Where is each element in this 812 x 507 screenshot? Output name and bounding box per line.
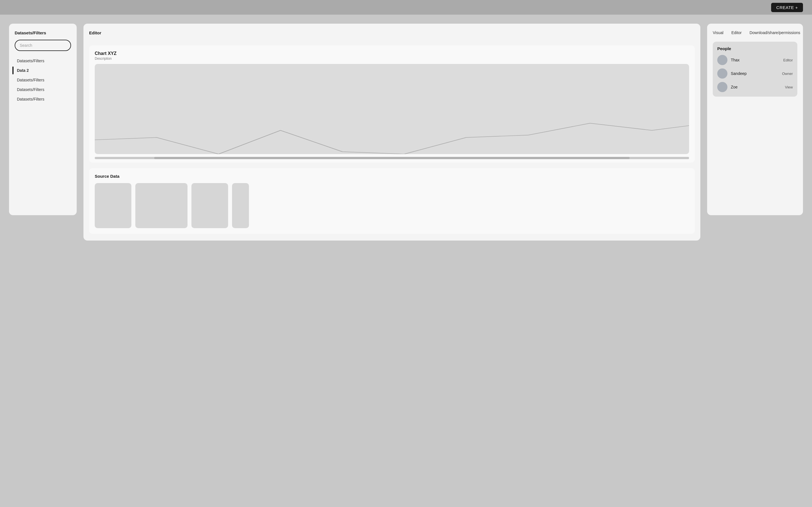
chart-scrollbar[interactable] <box>95 157 689 159</box>
chart-svg <box>95 64 689 154</box>
person-name-zoe: Zoe <box>731 85 785 89</box>
tab-visual[interactable]: Visual <box>713 29 723 36</box>
source-title: Source Data <box>95 174 689 179</box>
nav-item-datasets-1[interactable]: Datasets/Filters <box>15 57 71 65</box>
right-panel: Visual Editor Download/share/permissions… <box>707 24 803 215</box>
person-row-sandeep: Sandeep Owner <box>717 68 793 78</box>
source-grid <box>95 183 689 228</box>
source-block-4 <box>232 183 249 228</box>
person-role-zoe: View <box>785 85 793 89</box>
avatar-sandeep <box>717 68 727 78</box>
person-row-zoe: Zoe View <box>717 82 793 92</box>
center-panel-title: Editor <box>89 31 695 35</box>
chart-scrollbar-thumb <box>154 157 629 159</box>
tab-download[interactable]: Download/share/permissions <box>749 31 800 35</box>
person-role-sandeep: Owner <box>782 71 793 76</box>
search-input[interactable] <box>15 40 71 51</box>
chart-title: Chart XYZ <box>95 51 689 56</box>
nav-item-datasets-3[interactable]: Datasets/Filters <box>15 76 71 84</box>
left-panel: Datasets/Filters Datasets/Filters Data 2… <box>9 24 77 215</box>
person-role-thax: Editor <box>783 58 793 62</box>
chart-line <box>95 123 689 154</box>
source-block-3 <box>192 183 228 228</box>
people-section: People Thax Editor Sandeep Owner Zoe Vie… <box>713 42 797 97</box>
right-tabs: Visual Editor Download/share/permissions <box>713 29 797 36</box>
person-name-thax: Thax <box>731 58 783 62</box>
chart-card: Chart XYZ Description <box>89 45 695 163</box>
source-card: Source Data <box>89 168 695 234</box>
source-block-2 <box>135 183 188 228</box>
chart-description: Description <box>95 57 689 61</box>
nav-item-datasets-4[interactable]: Datasets/Filters <box>15 86 71 94</box>
create-button[interactable]: CREATE + <box>771 3 803 12</box>
source-block-1 <box>95 183 132 228</box>
tab-editor[interactable]: Editor <box>731 29 742 36</box>
main-container: Datasets/Filters Datasets/Filters Data 2… <box>0 15 812 507</box>
topbar: CREATE + <box>0 0 812 15</box>
avatar-thax <box>717 55 727 65</box>
center-panel: Editor Chart XYZ Description Source Data <box>84 24 700 240</box>
nav-list: Datasets/Filters Data 2 Datasets/Filters… <box>15 57 71 103</box>
people-title: People <box>717 46 793 51</box>
avatar-zoe <box>717 82 727 92</box>
person-name-sandeep: Sandeep <box>731 71 782 76</box>
nav-item-data2[interactable]: Data 2 <box>15 66 71 75</box>
left-panel-title: Datasets/Filters <box>15 31 71 35</box>
person-row-thax: Thax Editor <box>717 55 793 65</box>
nav-item-datasets-5[interactable]: Datasets/Filters <box>15 95 71 103</box>
chart-area <box>95 64 689 154</box>
